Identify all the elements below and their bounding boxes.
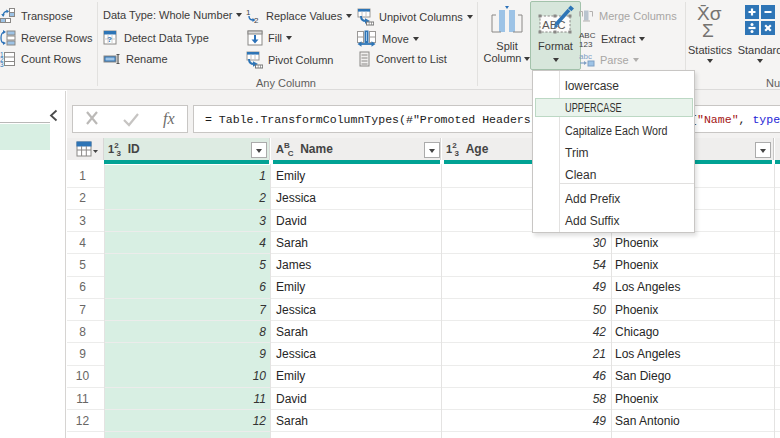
svg-text:1: 1: [246, 8, 251, 17]
svg-text:abc: abc: [579, 52, 592, 61]
svg-text:123: 123: [579, 40, 593, 48]
svg-text:?: ?: [107, 35, 112, 44]
svg-text:Σ: Σ: [702, 20, 714, 38]
svg-text:ABC: ABC: [542, 19, 566, 31]
svg-text:ABC: ABC: [579, 31, 596, 40]
svg-text:3: 3: [0, 61, 4, 68]
